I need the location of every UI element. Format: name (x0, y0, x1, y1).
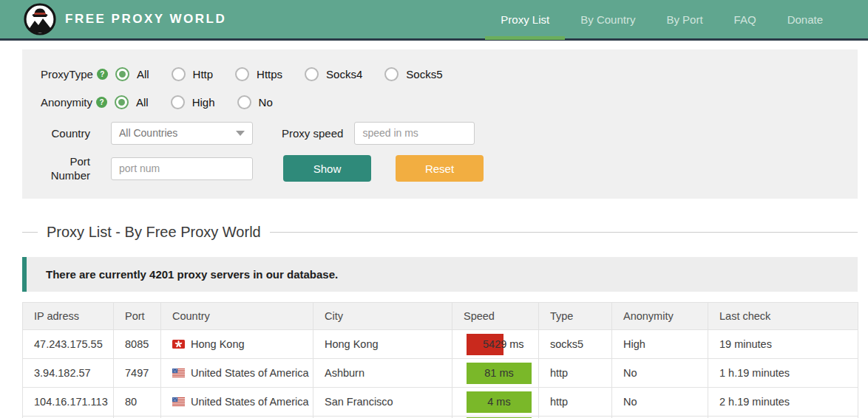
country-select[interactable]: All Countries (111, 122, 253, 145)
city-cell: Hong Kong (313, 330, 452, 359)
radio-https[interactable]: Https (235, 67, 282, 81)
city-cell: San Francisco (313, 388, 452, 417)
country-name: United States of America (191, 396, 309, 408)
brand-logo[interactable]: FREE PROXY WORLD (24, 3, 226, 35)
table-row: 47.243.175.558085Hong KongHong Kong5429 … (23, 330, 858, 359)
port-number-input[interactable] (111, 157, 253, 180)
column-header-speed: Speed (452, 303, 539, 330)
anonymity-row: Anonymity ? AllHighNo (22, 88, 858, 116)
port-cell: 80 (114, 388, 161, 417)
column-header-anonymity: Anonymity (612, 303, 708, 330)
anonymity-help-icon[interactable]: ? (96, 97, 107, 108)
table-row: 3.94.182.577497United States of AmericaA… (23, 359, 858, 388)
radio-dot-icon (235, 67, 249, 81)
brand-name: FREE PROXY WORLD (65, 12, 226, 27)
last-check-cell: 19 minutes (708, 330, 858, 359)
radio-dot-icon (115, 95, 129, 109)
proxy-type-label: ProxyType (41, 68, 93, 80)
radio-label: High (192, 96, 215, 109)
nav-item-by-port[interactable]: By Port (651, 0, 718, 40)
speed-cell: 81 ms (452, 359, 539, 388)
ip-cell: 3.94.182.57 (23, 359, 114, 388)
page: FREE PROXY WORLD Proxy ListBy CountryBy … (0, 0, 868, 418)
us-flag-icon (172, 369, 185, 377)
ip-cell: 104.16.171.113 (23, 388, 114, 417)
radio-no[interactable]: No (237, 95, 273, 109)
country-select-value: All Countries (119, 127, 177, 139)
radio-dot-icon (171, 95, 185, 109)
radio-label: Socks5 (406, 68, 442, 80)
last-check-cell: 1 h.19 minutes (708, 359, 858, 388)
speed-cell: 4 ms (452, 388, 539, 417)
proxy-type-help-icon[interactable]: ? (97, 69, 108, 80)
hk-flag-icon (172, 340, 185, 349)
filter-panel: ProxyType ? AllHttpHttpsSocks4Socks5 Ano… (22, 49, 858, 199)
country-label: Country (22, 127, 90, 140)
country-cell: United States of America (161, 388, 313, 417)
radio-all[interactable]: All (115, 95, 149, 109)
last-check-cell: 2 h.19 minutes (708, 388, 858, 417)
radio-label: No (259, 96, 273, 109)
proxy-type-row: ProxyType ? AllHttpHttpsSocks4Socks5 (22, 60, 858, 88)
show-button[interactable]: Show (283, 155, 371, 182)
main-nav: Proxy ListBy CountryBy PortFAQDonate (485, 0, 838, 40)
port-cell: 8085 (114, 330, 161, 359)
anonymity-cell: No (612, 388, 708, 417)
speed-value: 5429 ms (483, 338, 524, 350)
radio-label: Https (257, 68, 282, 80)
anonymity-cell: No (612, 359, 708, 388)
heading-right-rule (270, 232, 858, 233)
nav-item-proxy-list[interactable]: Proxy List (485, 0, 565, 40)
type-cell: http (539, 359, 612, 388)
column-header-last-check: Last check (708, 303, 858, 330)
radio-label: All (136, 96, 149, 109)
radio-high[interactable]: High (171, 95, 215, 109)
speed-value: 81 ms (484, 367, 514, 379)
radio-all[interactable]: All (115, 67, 149, 81)
radio-dot-icon (305, 67, 319, 81)
spy-logo-icon (24, 3, 56, 35)
reset-button[interactable]: Reset (396, 155, 484, 182)
radio-label: All (137, 68, 149, 80)
country-cell: Hong Kong (161, 330, 313, 359)
type-cell: http (539, 388, 612, 417)
radio-http[interactable]: Http (172, 67, 214, 81)
radio-label: Socks4 (326, 68, 362, 80)
column-header-city: City (313, 303, 452, 330)
anonymity-cell: High (612, 330, 708, 359)
radio-socks4[interactable]: Socks4 (305, 67, 362, 81)
anonymity-label: Anonymity (41, 96, 92, 109)
radio-dot-icon (115, 67, 129, 81)
column-header-type: Type (539, 303, 612, 330)
proxy-speed-input[interactable] (354, 122, 475, 145)
radio-dot-icon (384, 67, 399, 81)
port-buttons-row: Port Number Show Reset (22, 154, 858, 182)
nav-item-donate[interactable]: Donate (772, 0, 838, 40)
nav-item-by-country[interactable]: By Country (565, 0, 651, 40)
country-speed-row: Country All Countries Proxy speed (22, 119, 858, 147)
proxy-speed-label: Proxy speed (282, 127, 343, 140)
speed-cell: 5429 ms (452, 330, 539, 359)
page-title: Proxy List - By Free Proxy World (47, 224, 261, 241)
country-cell: United States of America (161, 359, 313, 388)
column-header-country: Country (161, 303, 313, 330)
nav-item-faq[interactable]: FAQ (719, 0, 772, 40)
type-cell: socks5 (539, 330, 612, 359)
table-header-row: IP adressPortCountryCitySpeedTypeAnonymi… (23, 303, 858, 330)
section-heading: Proxy List - By Free Proxy World (22, 224, 858, 241)
speed-value: 4 ms (487, 396, 510, 408)
radio-dot-icon (237, 95, 251, 109)
anonymity-options: AllHighNo (115, 95, 295, 109)
speed-bar: 81 ms (467, 363, 532, 384)
radio-socks5[interactable]: Socks5 (384, 67, 442, 81)
proxy-count-text: There are currently 4201 proxy servers i… (46, 268, 338, 281)
radio-dot-icon (172, 67, 186, 81)
column-header-ip-adress: IP adress (23, 303, 114, 330)
port-number-label: Port Number (22, 154, 90, 182)
proxy-table: IP adressPortCountryCitySpeedTypeAnonymi… (22, 302, 858, 418)
port-cell: 7497 (114, 359, 161, 388)
speed-bar: 4 ms (467, 391, 532, 413)
us-flag-icon (172, 397, 185, 406)
chevron-down-icon (236, 131, 245, 136)
table-row: 104.16.171.11380United States of America… (23, 388, 858, 417)
